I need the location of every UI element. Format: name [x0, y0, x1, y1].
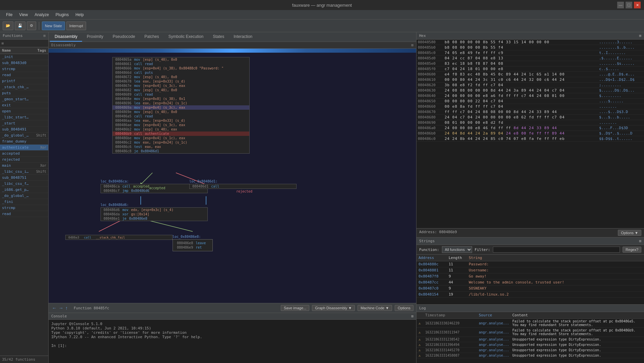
hex-row: 080486b024 04 8d 44 24 2a 89 04 24 e8 00…	[416, 131, 644, 136]
tab-disassembly[interactable]: Disassembly	[50, 32, 82, 42]
menu-analyze[interactable]: Analyze	[31, 11, 52, 18]
func-row-init[interactable]: _init	[0, 54, 48, 60]
save-image-button[interactable]: Save image...	[281, 305, 309, 311]
console-controls[interactable]: ⊞	[411, 314, 413, 318]
log-row-6[interactable]: ⚠ 16321863331458087 angr.analyse... Unsu…	[416, 353, 644, 358]
hex-body[interactable]: 08048580b8 08 00 00 00 8b 55 f4 33 15 14…	[416, 40, 644, 228]
toolbar: 📂 💾 ⚙ New State Interrupt	[0, 19, 644, 32]
func-row-i686[interactable]: _i686.get_p...	[0, 187, 48, 193]
func-row-libc-start[interactable]: _libc_start_...	[0, 114, 48, 120]
maximize-button[interactable]: ☐	[626, 2, 632, 8]
nav-forward-button[interactable]: →	[58, 305, 64, 311]
menu-help[interactable]: Help	[72, 11, 87, 18]
strings-close[interactable]: ⊞	[639, 239, 641, 243]
tab-states[interactable]: States	[208, 32, 229, 42]
hex-row: 080485e083 ec 18 b8 f8 87 04 08........$…	[416, 61, 644, 66]
func-row-open[interactable]: open	[0, 108, 48, 114]
save-button[interactable]: 💾	[15, 21, 25, 30]
func-row-read[interactable]: read	[0, 72, 48, 78]
console-line: IPython 7.22.0 -- An enhanced Interactiv…	[51, 335, 413, 339]
minimize-button[interactable]: —	[617, 2, 624, 8]
log-row-3[interactable]: ⚠ 16321863331238542 angr.analyse... Unsu…	[416, 337, 644, 342]
tab-proximity[interactable]: Proximity	[82, 32, 108, 42]
log-row-4[interactable]: ⚠ 16321863331396494 angr.analyse... Unsu…	[416, 342, 644, 348]
menu-plugins[interactable]: Plugins	[52, 11, 72, 18]
function-filter-label: Function:	[419, 248, 439, 252]
func-row-exit[interactable]: exit	[0, 102, 48, 108]
functions-footer: 35/42 functions	[0, 356, 48, 363]
console-prompt: In [1]:	[51, 344, 413, 348]
asm-line-authenticate[interactable]: 080486b9callauthenticate	[113, 132, 249, 136]
strings-row-username[interactable]: 0x8048801 11 Username:	[416, 267, 644, 273]
asm-line[interactable]: 080486d1call	[190, 184, 296, 189]
graph-disassembly-button[interactable]: Graph Disassembly ▼	[312, 305, 355, 311]
func-row-do-global2[interactable]: _do_global_...	[0, 193, 48, 199]
function-filter-select[interactable]: All functions	[442, 246, 472, 253]
menu-file[interactable]: File	[3, 11, 16, 18]
asm-line[interactable]: 0804866dcallputs	[113, 70, 249, 75]
strings-col-len: Length	[449, 256, 469, 260]
func-row-puts[interactable]: puts	[0, 90, 48, 96]
log-row-2[interactable]: ⚠ 16321863330311947 angr.analyse... Fail…	[416, 328, 644, 337]
func-row-authenticate[interactable]: authenticate Xor	[0, 145, 48, 151]
asm-line[interactable]: 08048661callread	[113, 62, 249, 66]
filter-input[interactable]	[493, 247, 620, 253]
asm-line: 080486e9ret	[174, 245, 211, 250]
menu-view[interactable]: View	[16, 11, 31, 18]
func-row-printf[interactable]: printf	[0, 78, 48, 84]
func-row-fini[interactable]: _fini	[0, 199, 48, 205]
machine-code-button[interactable]: Machine Code ▼	[358, 305, 392, 311]
open-button[interactable]: 📂	[3, 21, 13, 30]
func-row-libc-csu-init[interactable]: _libc_csu_init Shift	[0, 169, 48, 175]
func-row-start[interactable]: _start	[0, 120, 48, 126]
func-row-sub80483d0[interactable]: sub_80483d0	[0, 60, 48, 66]
func-row-rejected[interactable]: rejected	[0, 157, 48, 163]
tab-patches[interactable]: Patches	[140, 32, 164, 42]
func-row-accepted[interactable]: accepted	[0, 151, 48, 157]
func-row-sub8048491[interactable]: sub_8048491	[0, 126, 48, 133]
hex-title: Hex	[419, 34, 426, 38]
nav-back-button[interactable]: ←	[51, 305, 57, 311]
disassembly-close-icon[interactable]: ⊞	[411, 43, 413, 47]
strings-row-welcome[interactable]: 0x80487cc 44 Welcome to the admin consol…	[416, 279, 644, 286]
func-row-libc-csu-fini[interactable]: _libc_csu_fini	[0, 181, 48, 187]
asm-line: 08048678leaeax, [esp+0x33] (s_d)	[113, 79, 249, 84]
strings-row-password[interactable]: 0x804880c 11 Password:	[416, 261, 644, 267]
log-row-1[interactable]: ⚠ 16321863330246239 angr.analyse... Fail…	[416, 319, 644, 328]
func-row-main[interactable]: main Xor	[0, 163, 48, 169]
graph-area[interactable]: 0804865amov[esp] (s_40), 0x0 08048661cal…	[49, 49, 416, 303]
sort-icon[interactable]: ≡	[1, 41, 4, 46]
settings-button[interactable]: ⚙	[27, 21, 36, 30]
hex-close[interactable]: ⊞	[639, 34, 641, 38]
strings-row-sosneaky[interactable]: 0x80487c0 9 SOSNEAKY	[416, 286, 644, 292]
regex-button[interactable]: Regex?	[623, 247, 641, 253]
func-row-stack-chk[interactable]: _stack_chk_...	[0, 84, 48, 90]
hex-row: 0804863024 08 08 00 00 00 8d 44 24 3a 89…	[416, 88, 644, 93]
strings-row-goaway[interactable]: 0x80487f8 9 Go away!	[416, 273, 644, 279]
log-row-5[interactable]: ⚠ 16321863331445270 angr.analyse... Unsu…	[416, 348, 644, 353]
interrupt-button[interactable]: Interrupt	[66, 21, 86, 30]
func-row-read2[interactable]: read	[0, 211, 48, 217]
func-row-sub8048751[interactable]: sub_8048751	[0, 175, 48, 181]
strings-row-ldlinux[interactable]: 0x8048154 19 /lib/ld-linux.so.2	[416, 292, 644, 298]
new-state-button[interactable]: New State	[42, 21, 65, 30]
tab-symbolic-execution[interactable]: Symbolic Execution	[164, 32, 208, 42]
hex-row: 0804868024 04 c7 04 24 00 00 00 00 e8 62…	[416, 115, 644, 120]
func-row-frame-dummy[interactable]: frame_dummy	[0, 139, 48, 145]
hex-options-button[interactable]: Options ▼	[618, 230, 641, 236]
console-body[interactable]: Jupyter QtConsole 5.1.0 Python 3.8.10 (d…	[49, 320, 416, 363]
func-row-do-global[interactable]: _do_global_... Shift	[0, 133, 48, 139]
close-button[interactable]: ✕	[634, 2, 641, 8]
disassembly-inner-header: Disassembly ⊞	[49, 42, 416, 49]
asm-line: 0486e3 call __stack_chk_fail	[66, 235, 172, 240]
nav-up-button[interactable]: ↑	[65, 305, 68, 311]
func-row-strcmp2[interactable]: strcmp	[0, 205, 48, 211]
func-row-gmon[interactable]: _gmon_start_...	[0, 96, 48, 102]
tab-interaction[interactable]: Interaction	[229, 32, 257, 42]
func-row-strcmp[interactable]: strcmp	[0, 66, 48, 72]
tab-pseudocode[interactable]: Pseudocode	[108, 32, 140, 42]
asm-line[interactable]: 08048689callread	[113, 92, 249, 97]
asm-line[interactable]: 080486a5callread	[113, 114, 249, 118]
functions-collapse-icon[interactable]: ⊞	[43, 34, 46, 38]
options-button[interactable]: Options	[395, 305, 413, 311]
